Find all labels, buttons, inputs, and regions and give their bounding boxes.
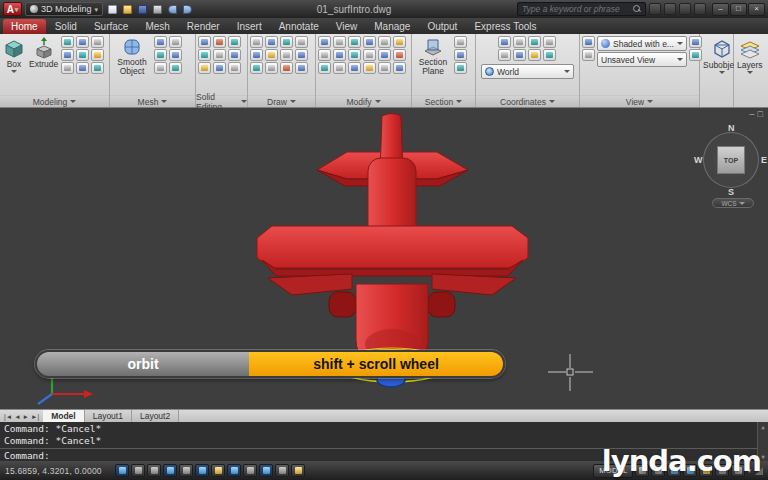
mesh-tool-icon[interactable] bbox=[154, 36, 167, 48]
application-menu-button[interactable]: A ▾ bbox=[3, 2, 22, 16]
undo-button[interactable] bbox=[166, 3, 179, 16]
tab-render[interactable]: Render bbox=[179, 19, 228, 34]
viewcube-south[interactable]: S bbox=[728, 187, 734, 197]
quick-properties-toggle[interactable] bbox=[291, 464, 305, 477]
ucs-tool-icon[interactable] bbox=[498, 49, 511, 61]
search-input[interactable] bbox=[522, 4, 630, 14]
trim-icon[interactable] bbox=[348, 36, 361, 48]
rotate-icon[interactable] bbox=[333, 36, 346, 48]
chamfer-icon[interactable] bbox=[333, 62, 346, 74]
solid-editing-icon[interactable] bbox=[198, 49, 211, 61]
viewcube-west[interactable]: W bbox=[694, 155, 703, 165]
viewcube-north[interactable]: N bbox=[728, 123, 735, 133]
solid-editing-icon[interactable] bbox=[228, 62, 241, 74]
view-tool-icon[interactable] bbox=[689, 36, 702, 48]
minimize-button[interactable]: – bbox=[712, 3, 729, 16]
view-tool-icon[interactable] bbox=[689, 49, 702, 61]
tab-insert[interactable]: Insert bbox=[229, 19, 270, 34]
viewcube-wcs-menu[interactable]: WCS bbox=[712, 198, 754, 208]
next-layout-button[interactable]: ► bbox=[23, 413, 29, 420]
modeling-tool-icon[interactable] bbox=[76, 62, 89, 74]
smooth-object-button[interactable]: Smooth Object bbox=[112, 36, 152, 77]
mesh-tool-icon[interactable] bbox=[169, 36, 182, 48]
region-icon[interactable] bbox=[265, 62, 278, 74]
panel-label-modeling[interactable]: Modeling bbox=[0, 95, 109, 107]
scale-icon[interactable] bbox=[333, 49, 346, 61]
ucs-tool-icon[interactable] bbox=[543, 49, 556, 61]
stretch-icon[interactable] bbox=[318, 49, 331, 61]
ucs-tool-icon[interactable] bbox=[528, 49, 541, 61]
solid-editing-icon[interactable] bbox=[213, 62, 226, 74]
mesh-tool-icon[interactable] bbox=[169, 49, 182, 61]
view-tool-icon[interactable] bbox=[582, 36, 595, 48]
ducs-toggle[interactable] bbox=[243, 464, 257, 477]
box-button[interactable]: Box bbox=[2, 36, 26, 74]
first-layout-button[interactable]: |◄ bbox=[4, 413, 12, 420]
modeling-tool-icon[interactable] bbox=[61, 36, 74, 48]
array-icon[interactable] bbox=[348, 49, 361, 61]
viewport-minimize-button[interactable]: – bbox=[750, 110, 755, 119]
mesh-tool-icon[interactable] bbox=[154, 49, 167, 61]
offset-icon[interactable] bbox=[363, 49, 376, 61]
ucs-tool-icon[interactable] bbox=[513, 36, 526, 48]
fillet-icon[interactable] bbox=[393, 36, 406, 48]
tab-surface[interactable]: Surface bbox=[86, 19, 136, 34]
viewport-restore-button[interactable]: □ bbox=[758, 110, 763, 119]
exchange-icon[interactable] bbox=[649, 3, 661, 15]
dyn-toggle[interactable] bbox=[259, 464, 273, 477]
panel-label-solid-editing[interactable]: Solid Editing bbox=[196, 95, 247, 107]
infer-constraints-toggle[interactable] bbox=[115, 464, 129, 477]
lwt-toggle[interactable] bbox=[275, 464, 289, 477]
otrack-toggle[interactable] bbox=[227, 464, 241, 477]
close-button[interactable]: × bbox=[748, 3, 765, 16]
view-tool-icon[interactable] bbox=[582, 49, 595, 61]
modeling-tool-icon[interactable] bbox=[61, 49, 74, 61]
polar-toggle[interactable] bbox=[179, 464, 193, 477]
panel-label-draw[interactable]: Draw bbox=[248, 95, 315, 107]
align-icon[interactable] bbox=[378, 62, 391, 74]
ucs-world-dropdown[interactable]: World bbox=[481, 64, 574, 79]
extrude-button[interactable]: Extrude bbox=[28, 36, 59, 70]
tab-home[interactable]: Home bbox=[3, 19, 46, 34]
scroll-down-icon[interactable]: ▼ bbox=[761, 453, 765, 460]
plot-button[interactable] bbox=[151, 3, 164, 16]
solid-editing-icon[interactable] bbox=[213, 49, 226, 61]
erase-icon[interactable] bbox=[378, 49, 391, 61]
solid-editing-icon[interactable] bbox=[228, 36, 241, 48]
modeling-tool-icon[interactable] bbox=[76, 49, 89, 61]
polyline-icon[interactable] bbox=[265, 36, 278, 48]
communication-center-icon[interactable] bbox=[664, 3, 676, 15]
layers-button[interactable]: Layers bbox=[736, 37, 764, 75]
panel-label-modify[interactable]: Modify bbox=[316, 95, 411, 107]
solid-editing-icon[interactable] bbox=[213, 36, 226, 48]
arc-icon[interactable] bbox=[295, 36, 308, 48]
tab-view[interactable]: View bbox=[328, 19, 366, 34]
tab-model[interactable]: Model bbox=[43, 410, 85, 422]
spline-icon[interactable] bbox=[295, 49, 308, 61]
ucs-tool-icon[interactable] bbox=[498, 36, 511, 48]
snap-toggle[interactable] bbox=[131, 464, 145, 477]
osnap-3d-toggle[interactable] bbox=[211, 464, 225, 477]
hatch-icon[interactable] bbox=[280, 49, 293, 61]
break-icon[interactable] bbox=[363, 62, 376, 74]
tab-express-tools[interactable]: Express Tools bbox=[466, 19, 544, 34]
prev-layout-button[interactable]: ◄ bbox=[14, 413, 20, 420]
solid-editing-icon[interactable] bbox=[198, 62, 211, 74]
ucs-tool-icon[interactable] bbox=[513, 49, 526, 61]
ucs-tool-icon[interactable] bbox=[543, 36, 556, 48]
explode-icon[interactable] bbox=[393, 49, 406, 61]
drawing-viewport[interactable]: – □ N W E S TOP WCS orbit shift + scroll… bbox=[0, 108, 768, 409]
ortho-toggle[interactable] bbox=[163, 464, 177, 477]
help-icon[interactable] bbox=[694, 3, 706, 15]
osnap-toggle[interactable] bbox=[195, 464, 209, 477]
ellipse-icon[interactable] bbox=[265, 49, 278, 61]
grid-toggle[interactable] bbox=[147, 464, 161, 477]
section-plane-button[interactable]: Section Plane bbox=[414, 36, 452, 77]
line-icon[interactable] bbox=[250, 36, 263, 48]
last-layout-button[interactable]: ►| bbox=[31, 413, 39, 420]
mesh-tool-icon[interactable] bbox=[169, 62, 182, 74]
tab-manage[interactable]: Manage bbox=[366, 19, 418, 34]
join-icon[interactable] bbox=[348, 62, 361, 74]
panel-label-mesh[interactable]: Mesh bbox=[110, 95, 195, 107]
mirror-icon[interactable] bbox=[378, 36, 391, 48]
